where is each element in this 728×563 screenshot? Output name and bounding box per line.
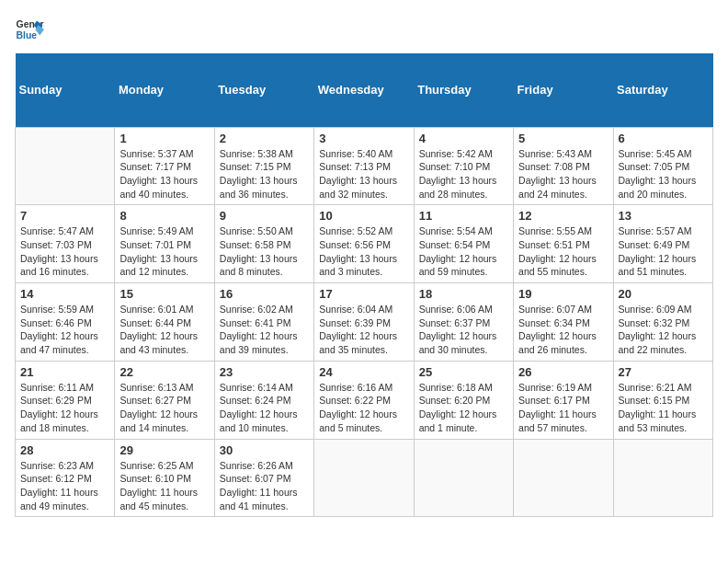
day-info: Sunrise: 6:11 AM Sunset: 6:29 PM Dayligh… <box>20 381 109 435</box>
day-info: Sunrise: 5:55 AM Sunset: 6:51 PM Dayligh… <box>518 224 608 279</box>
day-cell <box>514 439 613 517</box>
svg-text:Blue: Blue <box>17 30 38 40</box>
day-info: Sunrise: 6:04 AM Sunset: 6:39 PM Dayligh… <box>319 303 408 357</box>
day-number: 9 <box>220 209 309 223</box>
day-cell: 21Sunrise: 6:11 AM Sunset: 6:29 PM Dayli… <box>16 361 115 439</box>
day-info: Sunrise: 6:25 AM Sunset: 6:10 PM Dayligh… <box>119 459 209 513</box>
day-number: 17 <box>319 287 408 301</box>
day-info: Sunrise: 6:01 AM Sunset: 6:44 PM Dayligh… <box>119 303 209 357</box>
day-number: 23 <box>220 365 309 379</box>
day-cell: 13Sunrise: 5:57 AM Sunset: 6:49 PM Dayli… <box>613 205 712 283</box>
day-info: Sunrise: 5:54 AM Sunset: 6:54 PM Dayligh… <box>419 224 508 279</box>
day-header-sunday: Sunday <box>16 53 115 127</box>
day-number: 12 <box>518 209 608 223</box>
day-info: Sunrise: 6:19 AM Sunset: 6:17 PM Dayligh… <box>518 381 608 435</box>
day-number: 14 <box>20 287 109 301</box>
day-cell: 19Sunrise: 6:07 AM Sunset: 6:34 PM Dayli… <box>514 283 613 362</box>
day-info: Sunrise: 6:21 AM Sunset: 6:15 PM Dayligh… <box>619 381 708 435</box>
day-cell: 24Sunrise: 6:16 AM Sunset: 6:22 PM Dayli… <box>314 361 414 439</box>
day-number: 24 <box>319 365 408 379</box>
day-number: 5 <box>518 132 608 145</box>
day-number: 7 <box>20 209 109 223</box>
day-number: 2 <box>220 132 309 145</box>
day-number: 25 <box>419 365 508 379</box>
day-header-wednesday: Wednesday <box>314 53 414 127</box>
day-header-friday: Friday <box>514 53 613 127</box>
day-number: 15 <box>119 287 209 301</box>
day-number: 27 <box>619 365 708 379</box>
day-info: Sunrise: 6:16 AM Sunset: 6:22 PM Dayligh… <box>319 381 408 435</box>
day-cell: 15Sunrise: 6:01 AM Sunset: 6:44 PM Dayli… <box>115 283 214 362</box>
week-row-4: 21Sunrise: 6:11 AM Sunset: 6:29 PM Dayli… <box>16 361 713 439</box>
day-cell: 8Sunrise: 5:49 AM Sunset: 7:01 PM Daylig… <box>115 205 214 283</box>
day-cell: 17Sunrise: 6:04 AM Sunset: 6:39 PM Dayli… <box>314 283 414 362</box>
day-cell: 7Sunrise: 5:47 AM Sunset: 7:03 PM Daylig… <box>16 205 115 283</box>
day-info: Sunrise: 5:45 AM Sunset: 7:05 PM Dayligh… <box>619 147 708 201</box>
day-header-monday: Monday <box>115 53 214 127</box>
day-number: 13 <box>619 209 708 223</box>
day-number: 22 <box>119 365 209 379</box>
day-cell: 5Sunrise: 5:43 AM Sunset: 7:08 PM Daylig… <box>514 127 613 205</box>
week-row-3: 14Sunrise: 5:59 AM Sunset: 6:46 PM Dayli… <box>16 283 713 362</box>
day-info: Sunrise: 6:09 AM Sunset: 6:32 PM Dayligh… <box>619 303 708 357</box>
day-number: 18 <box>419 287 508 301</box>
day-number: 6 <box>619 132 708 145</box>
day-cell: 11Sunrise: 5:54 AM Sunset: 6:54 PM Dayli… <box>414 205 513 283</box>
day-number: 29 <box>119 443 209 457</box>
day-cell: 18Sunrise: 6:06 AM Sunset: 6:37 PM Dayli… <box>414 283 513 362</box>
day-info: Sunrise: 5:42 AM Sunset: 7:10 PM Dayligh… <box>419 147 508 201</box>
day-header-saturday: Saturday <box>613 53 712 127</box>
day-number: 11 <box>419 209 508 223</box>
day-number: 28 <box>20 443 109 457</box>
day-cell: 16Sunrise: 6:02 AM Sunset: 6:41 PM Dayli… <box>214 283 313 362</box>
day-number: 10 <box>319 209 408 223</box>
day-cell: 9Sunrise: 5:50 AM Sunset: 6:58 PM Daylig… <box>214 205 313 283</box>
day-cell: 10Sunrise: 5:52 AM Sunset: 6:56 PM Dayli… <box>314 205 414 283</box>
day-cell: 3Sunrise: 5:40 AM Sunset: 7:13 PM Daylig… <box>314 127 414 205</box>
day-cell: 20Sunrise: 6:09 AM Sunset: 6:32 PM Dayli… <box>613 283 712 362</box>
day-info: Sunrise: 5:43 AM Sunset: 7:08 PM Dayligh… <box>518 147 608 201</box>
day-number: 1 <box>119 132 209 145</box>
calendar: SundayMondayTuesdayWednesdayThursdayFrid… <box>15 53 713 517</box>
day-info: Sunrise: 5:40 AM Sunset: 7:13 PM Dayligh… <box>319 147 408 201</box>
day-cell: 29Sunrise: 6:25 AM Sunset: 6:10 PM Dayli… <box>115 439 214 517</box>
day-cell: 25Sunrise: 6:18 AM Sunset: 6:20 PM Dayli… <box>414 361 513 439</box>
day-info: Sunrise: 5:49 AM Sunset: 7:01 PM Dayligh… <box>119 224 209 279</box>
day-number: 30 <box>220 443 309 457</box>
day-info: Sunrise: 6:18 AM Sunset: 6:20 PM Dayligh… <box>419 381 508 435</box>
day-info: Sunrise: 5:37 AM Sunset: 7:17 PM Dayligh… <box>119 147 209 201</box>
day-info: Sunrise: 6:26 AM Sunset: 6:07 PM Dayligh… <box>220 459 309 513</box>
day-cell: 4Sunrise: 5:42 AM Sunset: 7:10 PM Daylig… <box>414 127 513 205</box>
day-number: 3 <box>319 132 408 145</box>
week-row-1: 1Sunrise: 5:37 AM Sunset: 7:17 PM Daylig… <box>16 127 713 205</box>
day-cell: 6Sunrise: 5:45 AM Sunset: 7:05 PM Daylig… <box>613 127 712 205</box>
day-number: 19 <box>518 287 608 301</box>
day-cell: 14Sunrise: 5:59 AM Sunset: 6:46 PM Dayli… <box>16 283 115 362</box>
day-cell: 22Sunrise: 6:13 AM Sunset: 6:27 PM Dayli… <box>115 361 214 439</box>
day-cell: 23Sunrise: 6:14 AM Sunset: 6:24 PM Dayli… <box>214 361 313 439</box>
day-number: 8 <box>119 209 209 223</box>
day-cell <box>613 439 712 517</box>
day-cell <box>414 439 513 517</box>
day-cell: 26Sunrise: 6:19 AM Sunset: 6:17 PM Dayli… <box>514 361 613 439</box>
logo-icon: General Blue <box>15 15 44 44</box>
day-number: 16 <box>220 287 309 301</box>
week-row-2: 7Sunrise: 5:47 AM Sunset: 7:03 PM Daylig… <box>16 205 713 283</box>
day-info: Sunrise: 6:07 AM Sunset: 6:34 PM Dayligh… <box>518 303 608 357</box>
day-cell: 27Sunrise: 6:21 AM Sunset: 6:15 PM Dayli… <box>613 361 712 439</box>
day-info: Sunrise: 6:23 AM Sunset: 6:12 PM Dayligh… <box>20 459 109 513</box>
day-cell: 2Sunrise: 5:38 AM Sunset: 7:15 PM Daylig… <box>214 127 313 205</box>
day-header-tuesday: Tuesday <box>214 53 313 127</box>
day-info: Sunrise: 5:52 AM Sunset: 6:56 PM Dayligh… <box>319 224 408 279</box>
day-cell: 28Sunrise: 6:23 AM Sunset: 6:12 PM Dayli… <box>16 439 115 517</box>
day-cell <box>314 439 414 517</box>
day-cell <box>16 127 115 205</box>
calendar-header-row: SundayMondayTuesdayWednesdayThursdayFrid… <box>16 53 713 127</box>
day-header-thursday: Thursday <box>414 53 513 127</box>
day-number: 21 <box>20 365 109 379</box>
day-info: Sunrise: 6:02 AM Sunset: 6:41 PM Dayligh… <box>220 303 309 357</box>
day-info: Sunrise: 5:59 AM Sunset: 6:46 PM Dayligh… <box>20 303 109 357</box>
day-number: 4 <box>419 132 508 145</box>
day-cell: 30Sunrise: 6:26 AM Sunset: 6:07 PM Dayli… <box>214 439 313 517</box>
day-number: 20 <box>619 287 708 301</box>
